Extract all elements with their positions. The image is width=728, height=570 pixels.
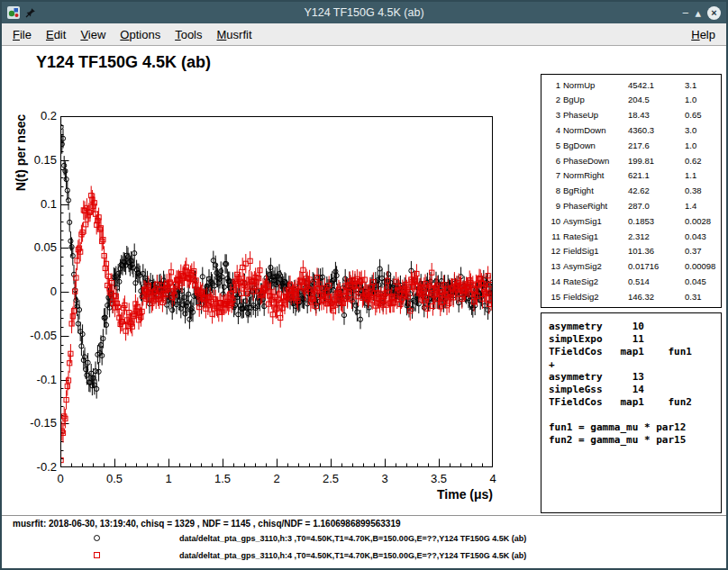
menu-item-help[interactable]: Help	[684, 25, 723, 44]
param-row: 12FieldSig1101.360.37	[547, 247, 719, 256]
param-row: 3PhaseUp18.430.65	[547, 111, 719, 120]
param-name: NormDown	[563, 126, 625, 135]
param-name: NormRight	[563, 171, 625, 180]
param-number: 14	[547, 277, 560, 286]
param-row: 8BgRight42.620.38	[547, 186, 719, 195]
y-tick-label: 0.05	[21, 240, 57, 254]
x-tick-label: 1.5	[203, 472, 242, 485]
param-error: 0.37	[685, 247, 719, 256]
y-tick-label: -0.1	[21, 373, 57, 386]
x-tick-label: 0.5	[95, 472, 134, 485]
param-name: PhaseUp	[563, 111, 625, 120]
x-axis-title: Time (μs)	[380, 487, 493, 502]
param-number: 12	[547, 247, 560, 256]
legend-entry: data/deltat_pta_gps_3110,h:3 ,T0=4.50K,T…	[2, 533, 726, 546]
param-name: AsymSig2	[563, 262, 625, 271]
param-value: 146.32	[628, 293, 682, 302]
legend-entry-text: data/deltat_pta_gps_3110,h:3 ,T0=4.50K,T…	[179, 534, 526, 543]
param-error: 1.1	[685, 171, 719, 180]
x-tick-label: 3	[365, 472, 405, 485]
menu-item-options[interactable]: Options	[113, 25, 168, 44]
param-row: 14RateSig20.5140.045	[547, 277, 719, 286]
param-error: 0.65	[685, 111, 719, 120]
x-tick-label: 1	[149, 472, 188, 485]
param-name: BgUp	[563, 95, 625, 104]
param-error: 0.00098	[685, 262, 719, 271]
param-name: RateSig2	[563, 277, 625, 286]
theory-text: asymmetry 10 simplExpo 11 TFieldCos map1…	[549, 321, 721, 447]
menu-item-musrfit[interactable]: Musrfit	[210, 25, 259, 44]
legend-entry: data/deltat_pta_gps_3110,h:4 ,T0=4.50K,T…	[2, 550, 726, 563]
param-value: 287.0	[628, 202, 682, 211]
param-number: 8	[547, 186, 560, 195]
param-value: 18.43	[628, 111, 682, 120]
param-row: 9PhaseRight287.01.4	[547, 202, 719, 211]
x-tick-label: 2	[257, 472, 296, 485]
menu-item-view[interactable]: View	[73, 25, 113, 44]
legend-entry-text: data/deltat_pta_gps_3110,h:4 ,T0=4.50K,T…	[179, 551, 526, 560]
param-name: BgDown	[563, 141, 625, 150]
param-error: 0.0028	[685, 217, 719, 226]
param-row: 15FieldSig2146.320.31	[547, 293, 719, 302]
param-name: FieldSig1	[563, 247, 625, 256]
param-error: 1.0	[685, 141, 719, 150]
plot-canvas[interactable]	[60, 116, 493, 467]
y-tick-label: 0.1	[21, 197, 57, 211]
param-value: 199.81	[628, 157, 682, 166]
pin-icon[interactable]	[25, 7, 36, 18]
param-name: FieldSig2	[563, 293, 625, 302]
x-tick-label: 4	[473, 472, 513, 485]
menu-item-tools[interactable]: Tools	[168, 25, 209, 44]
menu-bar: FileEditViewOptionsToolsMusrfit Help	[2, 23, 726, 46]
param-error: 1.4	[685, 202, 719, 211]
menu-item-file[interactable]: File	[5, 25, 39, 44]
param-row: 7NormRight621.11.1	[547, 171, 719, 180]
param-row: 2BgUp204.51.0	[547, 95, 719, 104]
x-tick-label: 2.5	[311, 472, 350, 485]
y-tick-label: 0.15	[21, 153, 57, 167]
maximize-button[interactable]: ▴	[695, 7, 701, 19]
red-square-marker-icon	[94, 552, 100, 558]
param-value: 0.514	[628, 277, 682, 286]
param-number: 4	[547, 126, 560, 135]
param-number: 11	[547, 232, 560, 241]
param-value: 2.312	[628, 232, 682, 241]
close-button[interactable]: ×	[707, 6, 721, 20]
param-name: PhaseDown	[563, 157, 625, 166]
param-number: 6	[547, 157, 560, 166]
y-tick-label: -0.05	[21, 329, 57, 342]
param-name: NormUp	[563, 81, 625, 90]
param-error: 0.38	[685, 186, 719, 195]
param-error: 3.1	[685, 81, 719, 90]
x-tick-label: 3.5	[419, 472, 459, 485]
param-value: 101.36	[628, 247, 682, 256]
param-number: 5	[547, 141, 560, 150]
param-name: AsymSig1	[563, 217, 625, 226]
param-error: 1.0	[685, 95, 719, 104]
param-value: 42.62	[628, 186, 682, 195]
param-value: 0.01716	[628, 262, 682, 271]
param-row: 10AsymSig10.18530.0028	[547, 217, 719, 226]
param-row: 4NormDown4360.33.0	[547, 126, 719, 135]
y-tick-label: 0.2	[21, 109, 57, 122]
app-icon	[7, 6, 20, 19]
x-tick-label: 0	[41, 472, 80, 485]
minimize-button[interactable]: −	[682, 7, 689, 19]
y-tick-label: -0.2	[21, 460, 57, 474]
y-tick-label: 0	[21, 285, 57, 298]
fit-parameters-box[interactable]: 1NormUp4542.13.12BgUp204.51.03PhaseUp18.…	[541, 74, 722, 308]
param-value: 0.1853	[628, 217, 682, 226]
title-bar[interactable]: Y124 TF150G 4.5K (ab) − ▴ ×	[2, 2, 726, 23]
param-error: 3.0	[685, 126, 719, 135]
param-number: 2	[547, 95, 560, 104]
param-row: 11RateSig12.3120.043	[547, 232, 719, 241]
window-controls: − ▴ ×	[682, 6, 721, 20]
param-row: 6PhaseDown199.810.62	[547, 157, 719, 166]
param-number: 1	[547, 81, 560, 90]
fit-info-line: musrfit: 2018-06-30, 13:19:40, chisq = 1…	[13, 519, 401, 529]
param-number: 10	[547, 217, 560, 226]
theory-box[interactable]: asymmetry 10 simplExpo 11 TFieldCos map1…	[541, 312, 722, 513]
menu-item-edit[interactable]: Edit	[39, 25, 73, 44]
menu-bar-left: FileEditViewOptionsToolsMusrfit	[5, 23, 259, 45]
param-value: 217.6	[628, 141, 682, 150]
